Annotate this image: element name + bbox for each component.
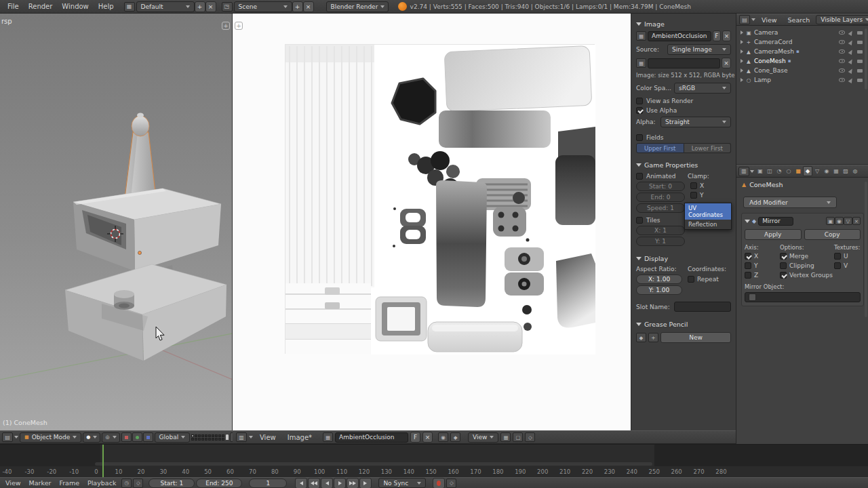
outliner-row[interactable]: ▣ Camera [736,28,868,37]
add-scene-button[interactable]: + [292,1,303,12]
snap-magnet-icon[interactable] [226,434,229,440]
menu-item[interactable]: Render [24,3,58,10]
outliner-row[interactable]: ▲ Cone_Base [736,66,868,75]
record-button[interactable] [433,478,445,488]
keying-set-icon[interactable]: ◇ [446,479,456,488]
renderability-icon[interactable] [857,50,863,54]
reload-image-button[interactable]: × [722,58,731,68]
unlink-image-button[interactable]: × [722,30,731,41]
selectability-icon[interactable] [848,77,854,83]
add-layout-button[interactable]: + [195,1,205,12]
cone-mesh-object[interactable] [125,113,156,199]
colorspace-dropdown[interactable]: sRGB [674,83,731,94]
aspect-y-field[interactable]: Y:1.00 [636,285,682,295]
fields-row[interactable]: Fields [636,134,731,141]
visibility-eye-icon[interactable] [839,40,845,44]
texture-v-checkbox[interactable] [834,262,841,269]
grease-pencil-icon[interactable]: ◆ [636,333,646,342]
grease-pencil-icon[interactable]: ◆ [450,432,460,442]
panel-expand-icon[interactable] [745,220,750,223]
upper-first-button[interactable]: Upper First [636,143,684,153]
editor-type-icon[interactable]: ▥ [236,432,247,442]
use-alpha-row[interactable]: Use Alpha [636,107,731,114]
outliner-row[interactable]: ▲ CameraMesh ▪ [736,47,868,56]
add-modifier-button[interactable]: Add Modifier [743,197,837,208]
popup-option-uv-coordinates[interactable]: UV Coordinates [685,203,731,220]
paint-mode-icon[interactable]: ▦ [500,432,511,442]
image-browse-icon[interactable]: ▦ [636,31,646,41]
delete-layout-button[interactable]: × [205,1,216,12]
editmode-toggle-icon[interactable]: ▽ [844,217,852,225]
draw-channel-dropdown[interactable]: View [468,432,498,443]
editor-type-icon[interactable]: ▥ [738,167,749,176]
current-frame-field[interactable]: 1 [249,479,287,488]
visibility-eye-icon[interactable] [839,78,845,82]
jump-to-start-button[interactable] [295,478,307,488]
properties-tab[interactable]: ◉ [822,166,831,176]
game-properties-header[interactable]: Game Properties [636,159,731,170]
renderability-icon[interactable] [857,41,863,44]
visibility-eye-icon[interactable] [839,30,845,35]
timeline-menu-item[interactable]: Playback [83,479,120,487]
apply-modifier-button[interactable]: Apply [745,229,802,240]
texture-u-checkbox[interactable] [834,253,841,260]
viewport-toggle-icon[interactable]: ◉ [835,217,844,225]
next-keyframe-button[interactable] [347,478,359,488]
region-expand-button[interactable]: + [222,22,230,30]
object-name[interactable]: CameraMesh [754,48,794,55]
timeline-scrollbar[interactable] [95,462,652,466]
play-reverse-button[interactable] [321,478,333,488]
microscope-head[interactable] [73,188,221,271]
tiles-checkbox[interactable] [636,217,643,224]
tiles-y-field[interactable]: Y:1 [636,237,685,246]
object-name[interactable]: Camera [754,29,778,36]
axis-x-checkbox[interactable] [745,253,751,260]
pivot-point-dropdown[interactable]: ◎ [102,432,119,443]
properties-tab[interactable]: ◆ [803,166,812,176]
expand-arrow-icon[interactable] [741,40,743,44]
grease-pencil-header[interactable]: Grease Pencil [636,319,731,329]
anim-speed-field[interactable]: Speed:1 [636,203,685,213]
transform-orientation-dropdown[interactable]: Global [155,432,191,443]
tiles-x-field[interactable]: X:1 [636,226,685,235]
scale-manipulator-icon[interactable] [143,432,153,442]
selectability-icon[interactable] [848,58,854,64]
scopes-icon[interactable]: ◇ [525,432,535,442]
object-name[interactable]: CameraCord [754,39,792,45]
region-expand-button[interactable]: + [235,22,243,30]
uv-image-editor[interactable]: + [233,14,631,430]
outliner-row[interactable]: ○ Lamp [736,75,868,85]
frame-snap-icon[interactable]: ◇ [133,479,143,488]
view-as-render-checkbox[interactable] [636,98,643,104]
image-datablock-field[interactable]: AmbientOcclusion [335,432,408,443]
outliner-row[interactable]: + CameraCord [736,37,868,47]
filepath-icon[interactable]: ▦ [636,58,646,68]
menu-item[interactable]: Window [57,3,93,10]
selectability-icon[interactable] [848,48,854,54]
render-toggle-icon[interactable]: ▣ [826,217,835,225]
translate-manipulator-icon[interactable] [121,432,132,442]
renderability-icon[interactable] [857,79,863,82]
viewport-3d[interactable]: rsp (1) ConeMesh + [0,14,233,430]
properties-tab[interactable]: ◫ [765,166,774,176]
fake-user-button[interactable]: F [410,432,420,443]
outliner-row[interactable]: ▲ ConeMesh ▪ [736,56,868,66]
outliner-search-menu[interactable]: Search [783,16,815,24]
properties-tab[interactable]: ▣ [755,166,765,176]
timeline-menu-item[interactable]: Frame [55,479,83,487]
timeline-menu-item[interactable]: Marker [25,479,56,487]
properties-tab[interactable]: ■ [793,166,803,176]
slot-name-input[interactable] [674,302,731,312]
prev-keyframe-button[interactable] [308,478,320,488]
view-as-render-row[interactable]: View as Render [636,98,731,104]
rotate-manipulator-icon[interactable] [132,432,142,442]
selectability-icon[interactable] [848,29,854,35]
editor-type-icon[interactable]: ▤ [2,432,13,442]
visibility-eye-icon[interactable] [839,68,845,73]
scene-selector[interactable]: Scene [234,1,292,12]
properties-tab[interactable]: ▦ [831,166,841,176]
screen-layout-selector[interactable]: Default [136,1,195,12]
mode-dropdown[interactable]: ■ Object Mode [20,432,81,443]
axis-z-checkbox[interactable] [745,272,751,279]
clamp-x-checkbox[interactable] [690,182,697,189]
